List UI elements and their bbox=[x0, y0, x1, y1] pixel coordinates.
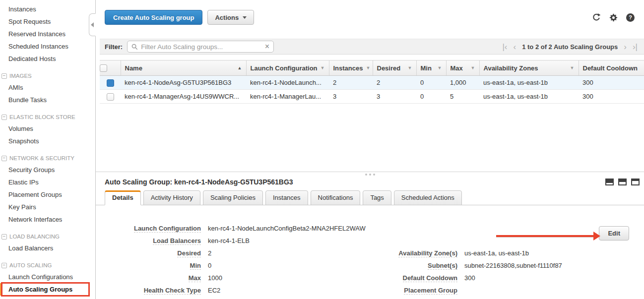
column-header-default-cooldown[interactable]: Default Cooldown bbox=[579, 60, 644, 76]
table-header-row: Name▲Launch Configuration▼Instances▼Desi… bbox=[100, 60, 644, 76]
table-row[interactable]: ken-rc4-1-NodeAsg-G5TU3P561BG3ken-rc4-1-… bbox=[100, 76, 644, 90]
sidebar-item-bundle-tasks[interactable]: Bundle Tasks bbox=[0, 94, 95, 106]
sidebar-section-network-security[interactable]: −NETWORK & SECURITY bbox=[0, 154, 95, 163]
sidebar-collapse-toggle[interactable] bbox=[89, 13, 96, 36]
sidebar-section-elastic-block-store[interactable]: −ELASTIC BLOCK STORE bbox=[0, 113, 95, 121]
column-header-desired[interactable]: Desired▼ bbox=[373, 60, 416, 76]
next-page-icon[interactable]: › bbox=[624, 43, 627, 51]
panel-layout-bottom-large-icon[interactable] bbox=[631, 179, 640, 185]
panel-resize-handle[interactable] bbox=[365, 174, 375, 176]
table-cell: 0 bbox=[416, 90, 446, 104]
select-all-checkbox[interactable] bbox=[100, 64, 107, 72]
sidebar-section-load-balancing[interactable]: −LOAD BALANCING bbox=[0, 232, 95, 241]
gear-icon[interactable] bbox=[609, 13, 618, 22]
toolbar: Create Auto Scaling group Actions ? bbox=[96, 0, 644, 25]
last-page-icon[interactable]: ›| bbox=[633, 43, 638, 51]
sort-down-icon: ▼ bbox=[471, 65, 475, 70]
column-header-launch-configuration[interactable]: Launch Configuration▼ bbox=[246, 60, 329, 76]
panel-layout-bottom-half-icon[interactable] bbox=[618, 179, 627, 185]
column-header-min[interactable]: Min▼ bbox=[416, 60, 446, 76]
detail-row-placement-group: Placement Group bbox=[374, 287, 562, 295]
table-cell: ken-rc4-1-NodeAsg-G5TU3P561BG3 bbox=[121, 76, 246, 90]
sort-asc-icon: ▲ bbox=[238, 65, 242, 70]
sidebar-section-images[interactable]: −IMAGES bbox=[0, 71, 95, 80]
first-page-icon[interactable]: |‹ bbox=[502, 43, 507, 51]
row-checkbox[interactable] bbox=[107, 93, 114, 101]
sidebar-item-launch-configurations[interactable]: Launch Configurations bbox=[0, 271, 95, 283]
detail-row-default-cooldown: Default Cooldown300 bbox=[374, 274, 562, 282]
sidebar-item-elastic-ips[interactable]: Elastic IPs bbox=[0, 176, 95, 188]
tab-scaling-policies[interactable]: Scaling Policies bbox=[203, 190, 263, 205]
sidebar-section-auto-scaling[interactable]: −AUTO SCALING bbox=[0, 261, 95, 270]
detail-field-value: ken-rc4-1-NodeLaunchConfigBeta2-MNA2HFEL… bbox=[208, 225, 366, 233]
detail-field-value: 2 bbox=[208, 249, 211, 257]
section-collapse-icon[interactable]: − bbox=[1, 263, 7, 268]
sidebar-item-auto-scaling-groups[interactable]: Auto Scaling Groups bbox=[0, 283, 95, 296]
prev-page-icon[interactable]: ‹ bbox=[513, 43, 516, 51]
column-header-max[interactable]: Max▼ bbox=[446, 60, 479, 76]
detail-field-label: Availability Zone(s) bbox=[398, 249, 457, 257]
sidebar-nav: InstancesSpot RequestsReserved Instances… bbox=[0, 3, 95, 296]
section-collapse-icon[interactable]: − bbox=[1, 73, 7, 79]
search-box[interactable]: × bbox=[127, 41, 274, 53]
tab-notifications[interactable]: Notifications bbox=[311, 190, 361, 205]
sidebar-section-label: ELASTIC BLOCK STORE bbox=[9, 114, 75, 120]
sidebar-item-load-balancers[interactable]: Load Balancers bbox=[0, 242, 95, 254]
details-fields-right: Availability Zone(s)us-east-1a, us-east-… bbox=[374, 249, 562, 299]
section-collapse-icon[interactable]: − bbox=[1, 115, 7, 120]
drag-dot-icon bbox=[365, 174, 367, 176]
row-checkbox[interactable] bbox=[107, 79, 114, 87]
details-tabs: DetailsActivity HistoryScaling PoliciesI… bbox=[96, 190, 644, 205]
table-cell: 2 bbox=[329, 76, 373, 90]
sidebar-item-spot-requests[interactable]: Spot Requests bbox=[0, 15, 95, 28]
sidebar-item-amis[interactable]: AMIs bbox=[0, 81, 95, 94]
sidebar-item-reserved-instances[interactable]: Reserved Instances bbox=[0, 28, 95, 40]
table-row[interactable]: ken-rc4-1-ManagerAsg-14US9WWCR...ken-rc4… bbox=[100, 90, 644, 104]
row-checkbox-cell bbox=[100, 90, 121, 104]
sidebar-item-key-pairs[interactable]: Key Pairs bbox=[0, 201, 95, 213]
table-cell: 3 bbox=[329, 90, 373, 104]
sidebar-item-volumes[interactable]: Volumes bbox=[0, 122, 95, 135]
refresh-icon[interactable] bbox=[592, 13, 601, 22]
tab-tags[interactable]: Tags bbox=[363, 190, 391, 205]
selected-nav-indicator bbox=[0, 283, 2, 296]
filter-input[interactable] bbox=[138, 43, 265, 51]
select-all-header-cell bbox=[100, 60, 121, 76]
table-cell: 1,000 bbox=[446, 76, 479, 90]
sidebar: InstancesSpot RequestsReserved Instances… bbox=[0, 0, 96, 299]
caret-down-icon bbox=[243, 16, 247, 19]
create-auto-scaling-group-button[interactable]: Create Auto Scaling group bbox=[105, 10, 202, 25]
help-icon[interactable]: ? bbox=[626, 13, 635, 22]
drag-dot-icon bbox=[373, 174, 375, 176]
tab-instances[interactable]: Instances bbox=[265, 190, 308, 205]
sort-down-icon: ▼ bbox=[321, 65, 325, 70]
tab-activity-history[interactable]: Activity History bbox=[143, 190, 200, 205]
panel-layout-bottom-small-icon[interactable] bbox=[605, 179, 614, 185]
sidebar-item-label: Network Interfaces bbox=[8, 216, 62, 223]
sidebar-item-scheduled-instances[interactable]: Scheduled Instances bbox=[0, 40, 95, 53]
sidebar-item-network-interfaces[interactable]: Network Interfaces bbox=[0, 213, 95, 226]
column-header-name[interactable]: Name▲ bbox=[121, 60, 246, 76]
section-collapse-icon[interactable]: − bbox=[1, 234, 7, 239]
actions-button[interactable]: Actions bbox=[207, 10, 254, 25]
clear-filter-icon[interactable]: × bbox=[265, 43, 269, 51]
sidebar-item-label: Instances bbox=[8, 5, 36, 13]
sidebar-section-label: IMAGES bbox=[9, 73, 32, 79]
sidebar-item-placement-groups[interactable]: Placement Groups bbox=[0, 188, 95, 201]
sidebar-item-snapshots[interactable]: Snapshots bbox=[0, 135, 95, 147]
sidebar-item-label: Load Balancers bbox=[8, 244, 53, 252]
sidebar-item-security-groups[interactable]: Security Groups bbox=[0, 164, 95, 176]
details-panel: Auto Scaling Group: ken-rc4-1-NodeAsg-G5… bbox=[96, 172, 644, 295]
column-header-availability-zones[interactable]: Availability Zones▼ bbox=[479, 60, 579, 76]
tab-scheduled-actions[interactable]: Scheduled Actions bbox=[394, 190, 462, 205]
pagination-text: 1 to 2 of 2 Auto Scaling Groups bbox=[522, 43, 618, 51]
detail-field-value: ken-rc4-1-ELB bbox=[208, 237, 250, 245]
column-header-instances[interactable]: Instances▼ bbox=[329, 60, 373, 76]
tab-details[interactable]: Details bbox=[105, 190, 141, 205]
sidebar-item-dedicated-hosts[interactable]: Dedicated Hosts bbox=[0, 53, 95, 65]
sidebar-item-instances[interactable]: Instances bbox=[0, 3, 95, 15]
table-empty-space bbox=[96, 104, 644, 172]
sidebar-item-label: Security Groups bbox=[8, 166, 55, 174]
section-collapse-icon[interactable]: − bbox=[1, 156, 7, 161]
detail-field-value: subnet-22163808,subnet-f1110f87 bbox=[464, 262, 562, 270]
